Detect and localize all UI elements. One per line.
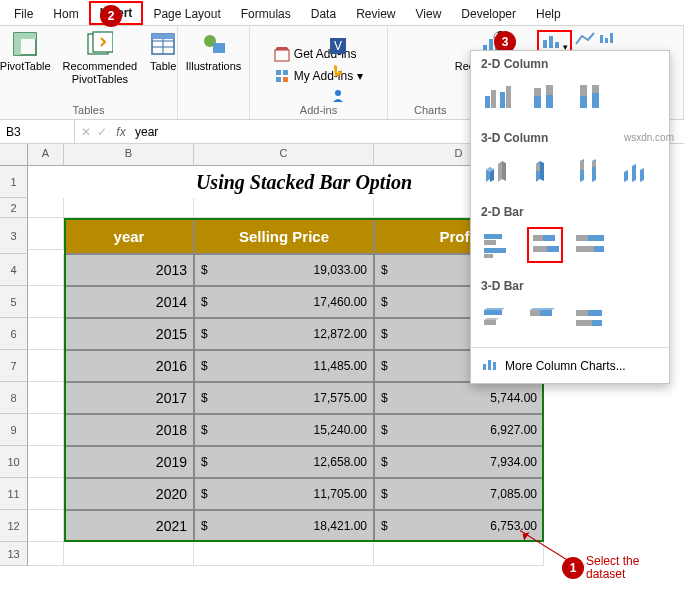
- cancel-icon[interactable]: ✕: [81, 125, 91, 139]
- cell-selling[interactable]: $15,240.00: [194, 414, 374, 446]
- cell-selling[interactable]: $18,421.00: [194, 510, 374, 542]
- stacked-bar-100-3d-icon[interactable]: [573, 301, 609, 337]
- tab-view[interactable]: View: [406, 3, 452, 25]
- stacked-column-100-3d-icon[interactable]: [573, 153, 609, 189]
- cell-profit[interactable]: $5,744.00: [374, 382, 544, 414]
- row-3[interactable]: 3: [0, 218, 28, 254]
- bing-icon[interactable]: [330, 63, 346, 82]
- row-9[interactable]: 9: [0, 414, 28, 446]
- section-2d-bar: 2-D Bar: [471, 199, 669, 221]
- svg-rect-27: [555, 42, 559, 48]
- cell-selling[interactable]: $19,033.00: [194, 254, 374, 286]
- header-selling[interactable]: Selling Price: [194, 218, 374, 254]
- row-1[interactable]: 1: [0, 166, 28, 198]
- header-year[interactable]: year: [64, 218, 194, 254]
- cell-year[interactable]: 2021: [64, 510, 194, 542]
- cell-profit[interactable]: $7,934.00: [374, 446, 544, 478]
- svg-rect-4: [93, 32, 113, 52]
- svg-rect-60: [580, 161, 584, 170]
- clustered-column-3d-icon[interactable]: [481, 153, 517, 189]
- visio-icon[interactable]: V: [330, 38, 346, 57]
- select-all-corner[interactable]: [0, 144, 28, 166]
- illustrations-button[interactable]: Illustrations: [182, 28, 246, 75]
- tab-formulas[interactable]: Formulas: [231, 3, 301, 25]
- stacked-bar-3d-icon[interactable]: [527, 301, 563, 337]
- stacked-bar-100-icon[interactable]: [573, 227, 609, 263]
- pivottable-button[interactable]: PivotTable: [0, 28, 55, 75]
- svg-rect-13: [276, 70, 281, 75]
- row-2[interactable]: 2: [0, 198, 28, 218]
- stacked-bar-icon[interactable]: [527, 227, 563, 263]
- recommended-pivot-button[interactable]: Recommended PivotTables: [59, 28, 142, 87]
- tab-help[interactable]: Help: [526, 3, 571, 25]
- row-6[interactable]: 6: [0, 318, 28, 350]
- cell-year[interactable]: 2017: [64, 382, 194, 414]
- cell-selling[interactable]: $11,485.00: [194, 350, 374, 382]
- svg-text:V: V: [334, 39, 342, 53]
- cell-selling[interactable]: $11,705.00: [194, 478, 374, 510]
- svg-rect-84: [493, 362, 496, 370]
- get-addins-button[interactable]: Get Add-ins: [270, 45, 361, 63]
- group-addins: Get Add-ins My Add-ins ▾ V Add-ins: [250, 26, 388, 119]
- row-8[interactable]: 8: [0, 382, 28, 414]
- cell-year[interactable]: 2014: [64, 286, 194, 318]
- stacked-column-100-icon[interactable]: [573, 79, 609, 115]
- people-icon[interactable]: [330, 88, 346, 107]
- cell-profit[interactable]: $7,085.00: [374, 478, 544, 510]
- cell-year[interactable]: 2013: [64, 254, 194, 286]
- tab-data[interactable]: Data: [301, 3, 346, 25]
- cell-year[interactable]: 2019: [64, 446, 194, 478]
- svg-rect-71: [576, 235, 588, 241]
- illustrations-icon: [200, 30, 228, 58]
- cell-profit[interactable]: $6,927.00: [374, 414, 544, 446]
- callout-2: 2: [100, 5, 122, 27]
- chart-type-dropdown: 2-D Column 3-D Column 2-D Bar 3-D Bar Mo…: [470, 50, 670, 384]
- enter-icon[interactable]: ✓: [97, 125, 107, 139]
- cell-year[interactable]: 2015: [64, 318, 194, 350]
- name-box[interactable]: B3: [0, 120, 75, 143]
- addins-icon: [274, 68, 290, 84]
- svg-rect-50: [506, 86, 511, 108]
- row-4[interactable]: 4: [0, 254, 28, 286]
- svg-rect-54: [546, 85, 553, 95]
- column-3d-icon[interactable]: [619, 153, 655, 189]
- table-label: Table: [150, 60, 176, 73]
- row-13[interactable]: 13: [0, 542, 28, 566]
- more-column-charts[interactable]: More Column Charts...: [471, 347, 669, 383]
- fx-icon[interactable]: fx: [113, 125, 129, 139]
- stacked-column-icon[interactable]: [527, 79, 563, 115]
- tab-file[interactable]: File: [4, 3, 43, 25]
- col-B[interactable]: B: [64, 144, 194, 166]
- row-11[interactable]: 11: [0, 478, 28, 510]
- more-charts-label: More Column Charts...: [505, 359, 626, 373]
- svg-rect-83: [488, 360, 491, 370]
- col-C[interactable]: C: [194, 144, 374, 166]
- row-5[interactable]: 5: [0, 286, 28, 318]
- row-12[interactable]: 12: [0, 510, 28, 542]
- stacked-column-3d-icon[interactable]: [527, 153, 563, 189]
- svg-rect-29: [605, 38, 608, 43]
- callout-1: 1Select the dataset: [562, 555, 639, 581]
- tab-home[interactable]: Hom: [43, 3, 88, 25]
- cell-year[interactable]: 2020: [64, 478, 194, 510]
- clustered-column-icon[interactable]: [481, 79, 517, 115]
- row-10[interactable]: 10: [0, 446, 28, 478]
- svg-rect-59: [536, 164, 540, 171]
- tab-developer[interactable]: Developer: [451, 3, 526, 25]
- clustered-bar-3d-icon[interactable]: [481, 301, 517, 337]
- cell-year[interactable]: 2018: [64, 414, 194, 446]
- svg-rect-67: [533, 235, 543, 241]
- clustered-bar-icon[interactable]: [481, 227, 517, 263]
- tab-review[interactable]: Review: [346, 3, 405, 25]
- svg-rect-79: [576, 310, 588, 316]
- my-addins-button[interactable]: My Add-ins ▾: [270, 67, 367, 85]
- tab-page-layout[interactable]: Page Layout: [143, 3, 230, 25]
- col-A[interactable]: A: [28, 144, 64, 166]
- row-7[interactable]: 7: [0, 350, 28, 382]
- cell-selling[interactable]: $17,460.00: [194, 286, 374, 318]
- cell-year[interactable]: 2016: [64, 350, 194, 382]
- cell-selling[interactable]: $17,575.00: [194, 382, 374, 414]
- cell-selling[interactable]: $12,872.00: [194, 318, 374, 350]
- cell-selling[interactable]: $12,658.00: [194, 446, 374, 478]
- table-button[interactable]: Table: [145, 28, 181, 75]
